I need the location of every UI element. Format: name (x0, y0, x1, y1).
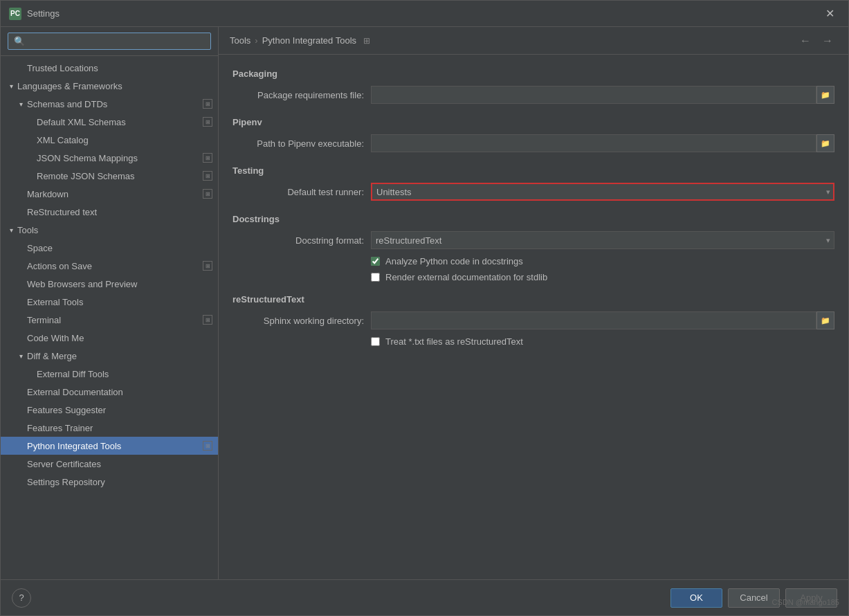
tree-arrow-icon (26, 135, 35, 145)
tree-arrow-icon (16, 441, 26, 451)
forward-arrow[interactable]: → (818, 33, 837, 48)
pipenv-path-input[interactable] (371, 134, 816, 152)
settings-dialog: PC Settings ✕ Trusted Locations▾Language… (0, 0, 849, 616)
sidebar-item-default-xml-schemas[interactable]: Default XML Schemas⊞ (1, 113, 218, 131)
tree-arrow-icon (16, 459, 26, 469)
sidebar-item-label: JSON Schema Mappings (37, 153, 200, 163)
sidebar-item-python-integrated-tools[interactable]: Python Integrated Tools⊞ (1, 437, 218, 455)
sidebar-item-restructured-text[interactable]: ReStructured text (1, 203, 218, 221)
sidebar-item-web-browsers[interactable]: Web Browsers and Preview (1, 275, 218, 293)
external-link-icon: ⊞ (203, 153, 212, 163)
tree-arrow-icon: ▾ (16, 351, 26, 361)
watermark: CSDN @mango185 (772, 598, 839, 606)
sidebar-item-server-certificates[interactable]: Server Certificates (1, 455, 218, 473)
sidebar-item-label: Web Browsers and Preview (27, 279, 212, 289)
tree-arrow-icon (16, 315, 26, 325)
docstrings-section-title: Docstrings (232, 214, 834, 224)
sphinx-dir-label: Sphinx working directory: (232, 316, 371, 326)
packaging-section-title: Packaging (232, 69, 834, 79)
app-icon: PC (9, 8, 21, 20)
package-req-browse-button[interactable]: 📁 (816, 86, 834, 104)
treat-txt-checkbox[interactable] (371, 337, 380, 346)
sidebar-item-label: Languages & Frameworks (17, 81, 212, 91)
pipenv-path-browse-button[interactable]: 📁 (816, 134, 834, 152)
sidebar-item-settings-repository[interactable]: Settings Repository (1, 473, 218, 491)
sidebar-item-external-tools[interactable]: External Tools (1, 293, 218, 311)
sidebar-item-label: Features Trainer (27, 423, 212, 433)
tree-arrow-icon (16, 207, 26, 217)
sidebar-item-label: Diff & Merge (27, 351, 212, 361)
sidebar-item-schemas-dtds[interactable]: ▾Schemas and DTDs⊞ (1, 95, 218, 113)
search-input[interactable] (8, 33, 211, 50)
render-docs-label[interactable]: Render external documentation for stdlib (385, 272, 547, 282)
content-area: Trusted Locations▾Languages & Frameworks… (1, 27, 848, 579)
sidebar-item-xml-catalog[interactable]: XML Catalog (1, 131, 218, 149)
sidebar-item-external-documentation[interactable]: External Documentation (1, 383, 218, 401)
sidebar-item-diff-merge[interactable]: ▾Diff & Merge (1, 347, 218, 365)
sidebar-item-space[interactable]: Space (1, 239, 218, 257)
external-link-icon: ⊞ (203, 99, 212, 109)
analyze-docstrings-row: Analyze Python code in docstrings (232, 256, 834, 266)
sidebar-item-external-diff-tools[interactable]: External Diff Tools (1, 365, 218, 383)
package-req-label: Package requirements file: (232, 90, 371, 100)
package-req-input-wrapper: 📁 (371, 86, 834, 104)
breadcrumb-separator: › (255, 35, 257, 46)
render-docs-checkbox[interactable] (371, 273, 380, 282)
panel-content: Packaging Package requirements file: 📁 P… (219, 55, 848, 579)
external-link-icon: ⊞ (203, 315, 212, 325)
sidebar-item-label: ReStructured text (27, 207, 212, 217)
sidebar-item-terminal[interactable]: Terminal⊞ (1, 311, 218, 329)
tree-arrow-icon (16, 333, 26, 343)
close-button[interactable]: ✕ (820, 4, 840, 23)
sidebar-item-code-with-me[interactable]: Code With Me (1, 329, 218, 347)
back-arrow[interactable]: ← (796, 33, 815, 48)
sidebar-item-actions-on-save[interactable]: Actions on Save⊞ (1, 257, 218, 275)
sidebar-item-features-trainer[interactable]: Features Trainer (1, 419, 218, 437)
package-req-input[interactable] (371, 86, 816, 104)
pipenv-path-row: Path to Pipenv executable: 📁 (232, 134, 834, 152)
tree-arrow-icon (16, 63, 26, 73)
sphinx-dir-browse-button[interactable]: 📁 (816, 311, 834, 329)
sidebar-item-label: External Documentation (27, 387, 212, 397)
analyze-docstrings-checkbox[interactable] (371, 257, 380, 266)
help-button[interactable]: ? (12, 588, 31, 608)
tree-arrow-icon (16, 243, 26, 253)
pin-icon[interactable]: ⊞ (363, 36, 370, 46)
sidebar-item-label: Trusted Locations (27, 63, 212, 73)
tree-arrow-icon (16, 261, 26, 271)
search-bar (1, 27, 218, 56)
sidebar-item-label: Schemas and DTDs (27, 99, 200, 109)
test-runner-dropdown[interactable]: UnittestspytestNoseTwisted Trial (371, 183, 834, 201)
test-runner-label: Default test runner: (232, 187, 371, 197)
sidebar-item-label: Actions on Save (27, 261, 200, 271)
sidebar-item-trusted-locations[interactable]: Trusted Locations (1, 59, 218, 77)
sidebar-item-markdown[interactable]: Markdown⊞ (1, 185, 218, 203)
titlebar: PC Settings ✕ (1, 1, 848, 27)
breadcrumb-parent[interactable]: Tools (230, 35, 250, 46)
ok-button[interactable]: OK (670, 588, 722, 608)
tree-arrow-icon (26, 369, 35, 379)
restructured-text-section-title: reStructuredText (232, 294, 834, 305)
external-link-icon: ⊞ (203, 189, 212, 199)
breadcrumb-current: Python Integrated Tools (262, 35, 356, 46)
sidebar-item-remote-json-schemas[interactable]: Remote JSON Schemas⊞ (1, 167, 218, 185)
analyze-docstrings-label[interactable]: Analyze Python code in docstrings (385, 256, 523, 266)
sidebar-item-tools[interactable]: ▾Tools (1, 221, 218, 239)
sidebar-item-label: Tools (17, 225, 212, 235)
sidebar-item-features-suggester[interactable]: Features Suggester (1, 401, 218, 419)
sphinx-dir-input[interactable] (371, 311, 816, 329)
external-link-icon: ⊞ (203, 441, 212, 451)
sidebar-item-languages-frameworks[interactable]: ▾Languages & Frameworks (1, 77, 218, 95)
nav-arrows: ← → (796, 33, 837, 48)
sidebar-item-label: Terminal (27, 315, 200, 325)
sidebar-item-label: Remote JSON Schemas (37, 171, 200, 181)
sidebar-item-json-schema-mappings[interactable]: JSON Schema Mappings⊞ (1, 149, 218, 167)
treat-txt-row: Treat *.txt files as reStructuredText (232, 336, 834, 347)
docstring-format-dropdown[interactable]: reStructuredTextEpytextGoogleNumPy (371, 231, 834, 249)
tree-arrow-icon (16, 423, 26, 433)
tree-arrow-icon (16, 189, 26, 199)
tree-arrow-icon: ▾ (16, 99, 26, 109)
tree-arrow-icon: ▾ (6, 81, 16, 91)
bottom-bar: ? OK Cancel Apply (1, 579, 848, 615)
treat-txt-label[interactable]: Treat *.txt files as reStructuredText (385, 336, 523, 347)
